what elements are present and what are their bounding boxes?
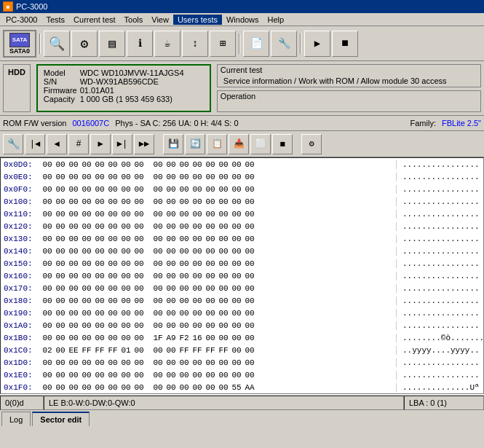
hex-byte[interactable]: 00 — [68, 259, 79, 268]
hex-byte[interactable]: 00 — [178, 247, 190, 256]
hex-byte[interactable]: 00 — [205, 222, 216, 231]
hex-byte[interactable]: 00 — [120, 259, 132, 268]
hex-byte[interactable]: 00 — [152, 383, 164, 392]
hex-byte[interactable]: 00 — [205, 197, 216, 206]
hex-byte[interactable]: 00 — [55, 296, 66, 305]
hex-byte[interactable]: 00 — [218, 358, 229, 367]
hex-byte[interactable]: 00 — [218, 173, 229, 181]
hex-byte[interactable]: 00 — [107, 383, 119, 392]
hex-byte[interactable]: 00 — [55, 272, 66, 280]
hex-byte[interactable]: 00 — [231, 284, 242, 293]
hex-byte[interactable]: 00 — [244, 334, 255, 342]
menu-users-tests[interactable]: Users tests — [173, 15, 222, 25]
hex-byte[interactable]: 00 — [133, 309, 145, 318]
toolbar-stop-btn[interactable]: ■ — [332, 31, 358, 57]
hex-byte[interactable]: 00 — [178, 371, 190, 380]
hex-byte[interactable]: 00 — [107, 173, 119, 181]
hex-byte[interactable]: 00 — [68, 321, 79, 330]
hex-byte[interactable]: 00 — [107, 160, 119, 169]
hex-byte[interactable]: 00 — [178, 383, 190, 392]
hex-byte[interactable]: FF — [205, 346, 216, 355]
hex-byte[interactable]: 00 — [120, 309, 132, 318]
hex-byte[interactable]: 00 — [94, 222, 106, 231]
hex-byte[interactable]: FF — [81, 346, 92, 355]
hex-byte[interactable]: 00 — [94, 371, 106, 380]
hex-byte[interactable]: 00 — [81, 383, 92, 392]
hex-byte[interactable]: 00 — [165, 222, 177, 231]
hex-byte[interactable]: 00 — [191, 272, 203, 280]
hex-byte[interactable]: 00 — [152, 284, 164, 293]
hex-editor[interactable]: 0x0D0:00000000000000000000000000000000..… — [0, 157, 484, 394]
table-row[interactable]: 0x1E0:00000000000000000000000000000000..… — [1, 369, 483, 381]
hex-byte[interactable]: 00 — [218, 197, 229, 206]
hex-byte[interactable]: 00 — [81, 160, 92, 169]
tab-log[interactable]: Log — [1, 412, 31, 426]
hex-byte[interactable]: 00 — [205, 371, 216, 380]
hex-byte[interactable]: 00 — [55, 334, 66, 342]
hex-byte[interactable]: 00 — [120, 371, 132, 380]
hex-byte[interactable]: 00 — [120, 197, 132, 206]
hex-byte[interactable]: 00 — [81, 173, 92, 181]
toolbar-hdd-btn[interactable]: ▤ — [99, 31, 125, 57]
hex-byte[interactable]: 00 — [55, 383, 66, 392]
hex-byte[interactable]: 00 — [133, 284, 145, 293]
hex-byte[interactable]: 00 — [191, 309, 203, 318]
hex-byte[interactable]: 00 — [178, 259, 190, 268]
hex-byte[interactable]: 55 — [231, 383, 242, 392]
hex-byte[interactable]: 00 — [191, 197, 203, 206]
hex-byte[interactable]: 00 — [218, 247, 229, 256]
table-row[interactable]: 0x100:00000000000000000000000000000000..… — [1, 195, 483, 208]
hex-byte[interactable]: 00 — [68, 210, 79, 219]
hex-byte[interactable]: 00 — [94, 247, 106, 256]
hex-byte[interactable]: 00 — [231, 346, 242, 355]
table-row[interactable]: 0x1B0:00000000000000001FA9F21600000000..… — [1, 331, 483, 344]
hex-byte[interactable]: 00 — [178, 272, 190, 280]
hex-byte[interactable]: 00 — [178, 284, 190, 293]
hex-byte[interactable]: 00 — [165, 383, 177, 392]
hex-byte[interactable]: 00 — [81, 371, 92, 380]
hex-byte[interactable]: 00 — [231, 197, 242, 206]
hex-byte[interactable]: 00 — [120, 235, 132, 243]
menu-current-test[interactable]: Current test — [69, 15, 119, 25]
hex-byte[interactable]: 00 — [165, 284, 177, 293]
menu-windows[interactable]: Windows — [222, 15, 263, 25]
hex-byte[interactable]: 00 — [244, 185, 255, 194]
hex-byte[interactable]: 00 — [244, 160, 255, 169]
hex-byte[interactable]: 00 — [178, 197, 190, 206]
hex-byte[interactable]: 00 — [244, 284, 255, 293]
hex-byte[interactable]: 00 — [231, 210, 242, 219]
hex-byte[interactable]: 00 — [94, 284, 106, 293]
toolbar-play-btn[interactable]: ▶ — [304, 31, 330, 57]
hex-byte[interactable]: 00 — [68, 272, 79, 280]
tab-sector-edit[interactable]: Sector edit — [32, 412, 90, 426]
toolbar-grid-btn[interactable]: ⊞ — [210, 31, 236, 57]
hex-byte[interactable]: 00 — [107, 284, 119, 293]
hex-byte[interactable]: 00 — [244, 272, 255, 280]
hex-byte[interactable]: 00 — [178, 235, 190, 243]
toolbar-arrow-btn[interactable]: ↕ — [182, 31, 208, 57]
hex-byte[interactable]: 00 — [191, 296, 203, 305]
hex-byte[interactable]: 00 — [107, 222, 119, 231]
hex-byte[interactable]: 00 — [94, 197, 106, 206]
hex-byte[interactable]: 00 — [55, 247, 66, 256]
table-row[interactable]: 0x1C0:0200EEFFFFFF01000000FFFFFFFF0000..… — [1, 344, 483, 356]
hex-byte[interactable]: 00 — [205, 210, 216, 219]
hex-byte[interactable]: FF — [107, 346, 119, 355]
hex-byte[interactable]: 00 — [244, 259, 255, 268]
hex-byte[interactable]: 00 — [191, 358, 203, 367]
hex-byte[interactable]: 00 — [94, 259, 106, 268]
hex-tb-refresh[interactable]: 🔄 — [185, 134, 205, 154]
hex-byte[interactable]: 00 — [165, 296, 177, 305]
hex-byte[interactable]: 00 — [41, 185, 53, 194]
hex-byte[interactable]: 00 — [244, 235, 255, 243]
hex-byte[interactable]: 00 — [152, 173, 164, 181]
hex-byte[interactable]: 00 — [218, 235, 229, 243]
toolbar-copy-btn[interactable]: ☕ — [154, 31, 180, 57]
hex-tb-first[interactable]: |◀ — [25, 134, 45, 154]
hex-byte[interactable]: 00 — [244, 247, 255, 256]
hex-byte[interactable]: 00 — [120, 334, 132, 342]
hex-byte[interactable]: 00 — [133, 259, 145, 268]
hex-byte[interactable]: 00 — [68, 358, 79, 367]
hex-byte[interactable]: 00 — [133, 210, 145, 219]
hex-byte[interactable]: 00 — [94, 210, 106, 219]
